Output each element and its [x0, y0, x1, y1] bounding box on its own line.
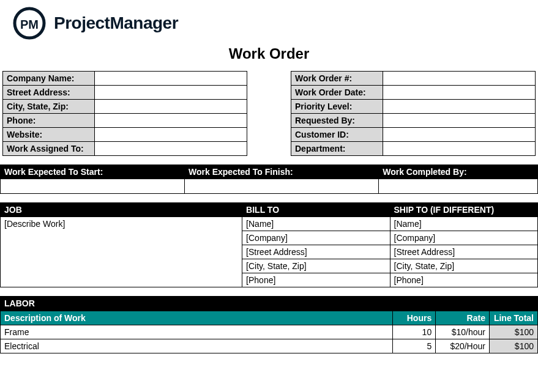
- value-work-start[interactable]: [1, 179, 185, 194]
- info-columns: Company Name: Street Address: City, Stat…: [0, 71, 538, 156]
- label-website: Website:: [3, 128, 95, 142]
- labor-desc[interactable]: Electrical: [1, 339, 393, 353]
- value-street-address[interactable]: [95, 86, 247, 100]
- labor-header-desc: Description of Work: [1, 311, 393, 325]
- header-work-finish: Work Expected To Finish:: [185, 165, 379, 179]
- label-requested-by: Requested By:: [291, 114, 383, 128]
- company-info-table: Company Name: Street Address: City, Stat…: [2, 71, 247, 156]
- labor-header-rate: Rate: [436, 311, 490, 325]
- bill-to-company[interactable]: [Company]: [242, 231, 390, 245]
- value-company-name[interactable]: [95, 72, 247, 86]
- labor-total: $100: [489, 339, 537, 353]
- value-website[interactable]: [95, 128, 247, 142]
- label-street-address: Street Address:: [3, 86, 95, 100]
- labor-table: Description of Work Hours Rate Line Tota…: [0, 311, 538, 353]
- labor-row: Frame 10 $10/hour $100: [1, 325, 538, 339]
- timeline-table: Work Expected To Start: Work Expected To…: [0, 165, 538, 194]
- value-department[interactable]: [383, 142, 536, 156]
- label-work-order-num: Work Order #:: [291, 72, 383, 86]
- value-work-order-num[interactable]: [383, 72, 536, 86]
- labor-rate[interactable]: $10/hour: [436, 325, 490, 339]
- header: PM ProjectManager: [0, 0, 538, 40]
- labor-row: Electrical 5 $20/Hour $100: [1, 339, 538, 353]
- value-phone[interactable]: [95, 114, 247, 128]
- value-priority-level[interactable]: [383, 100, 536, 114]
- value-work-assigned-to[interactable]: [95, 142, 247, 156]
- header-bill-to: BILL TO: [242, 203, 390, 217]
- logo-icon: PM: [12, 6, 47, 40]
- label-city-state-zip: City, State, Zip:: [3, 100, 95, 114]
- bill-to-city[interactable]: [City, State, Zip]: [242, 259, 390, 273]
- label-company-name: Company Name:: [3, 72, 95, 86]
- page-title: Work Order: [0, 45, 538, 62]
- labor-title: LABOR: [0, 296, 538, 311]
- header-work-start: Work Expected To Start:: [1, 165, 185, 179]
- ship-to-city[interactable]: [City, State, Zip]: [390, 259, 537, 273]
- label-priority-level: Priority Level:: [291, 100, 383, 114]
- header-ship-to: SHIP TO (IF DIFFERENT): [390, 203, 537, 217]
- label-customer-id: Customer ID:: [291, 128, 383, 142]
- ship-to-phone[interactable]: [Phone]: [390, 273, 537, 287]
- brand-name: ProjectManager: [54, 13, 178, 33]
- labor-hours[interactable]: 5: [392, 339, 435, 353]
- labor-total: $100: [489, 325, 537, 339]
- header-job: JOB: [1, 203, 242, 217]
- svg-text:PM: PM: [20, 18, 39, 31]
- label-department: Department:: [291, 142, 383, 156]
- value-city-state-zip[interactable]: [95, 100, 247, 114]
- labor-hours[interactable]: 10: [392, 325, 435, 339]
- ship-to-street[interactable]: [Street Address]: [390, 245, 537, 259]
- bill-to-name[interactable]: [Name]: [242, 217, 390, 231]
- labor-header-total: Line Total: [489, 311, 537, 325]
- value-customer-id[interactable]: [383, 128, 536, 142]
- labor-rate[interactable]: $20/Hour: [436, 339, 490, 353]
- job-description[interactable]: [Describe Work]: [1, 217, 242, 287]
- labor-desc[interactable]: Frame: [1, 325, 393, 339]
- label-phone: Phone:: [3, 114, 95, 128]
- bill-to-street[interactable]: [Street Address]: [242, 245, 390, 259]
- job-section-table: JOB BILL TO SHIP TO (IF DIFFERENT) [Desc…: [0, 202, 538, 287]
- order-info-table: Work Order #: Work Order Date: Priority …: [291, 71, 536, 156]
- label-work-order-date: Work Order Date:: [291, 86, 383, 100]
- ship-to-company[interactable]: [Company]: [390, 231, 537, 245]
- value-requested-by[interactable]: [383, 114, 536, 128]
- labor-header-hours: Hours: [392, 311, 435, 325]
- value-work-order-date[interactable]: [383, 86, 536, 100]
- value-work-completed[interactable]: [379, 179, 538, 194]
- value-work-finish[interactable]: [185, 179, 379, 194]
- label-work-assigned-to: Work Assigned To:: [3, 142, 95, 156]
- header-work-completed: Work Completed By:: [379, 165, 538, 179]
- bill-to-phone[interactable]: [Phone]: [242, 273, 390, 287]
- ship-to-name[interactable]: [Name]: [390, 217, 537, 231]
